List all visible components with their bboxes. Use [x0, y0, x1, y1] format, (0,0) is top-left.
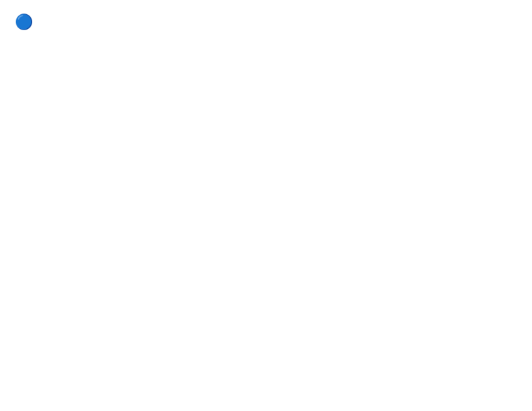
page-header: 🔵: [13, 13, 519, 34]
logo: 🔵: [13, 13, 36, 34]
svg-text:🔵: 🔵: [15, 13, 34, 31]
logo-icon: 🔵: [13, 13, 34, 34]
